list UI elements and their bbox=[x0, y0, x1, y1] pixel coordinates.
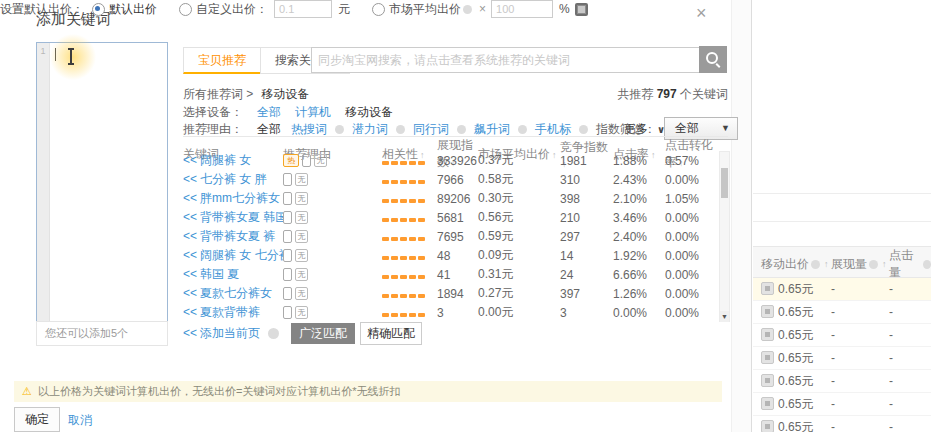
breadcrumb-root[interactable]: 所有推荐词 > bbox=[183, 86, 253, 103]
broad-match-button[interactable]: 广泛匹配 bbox=[291, 323, 355, 344]
keyword-add-link[interactable]: <<背带裤女夏 裤 bbox=[183, 228, 283, 245]
clicks-cell: - bbox=[889, 374, 931, 388]
tab-item-recommend[interactable]: 宝贝推荐 bbox=[183, 47, 261, 74]
wireless-icon: 无 bbox=[295, 268, 308, 281]
page-background-strip bbox=[731, 0, 752, 432]
impressions-value: 48 bbox=[437, 249, 478, 263]
keyword-add-link[interactable]: <<七分裤 女 胖 bbox=[183, 171, 283, 188]
exact-match-button[interactable]: 精确匹配 bbox=[360, 322, 422, 345]
help-icon[interactable] bbox=[518, 125, 527, 134]
search-button[interactable] bbox=[699, 46, 727, 73]
keyword-search-input[interactable] bbox=[311, 47, 705, 73]
mobile-badge-icon bbox=[761, 282, 774, 295]
avg-price-value: 0.56元 bbox=[478, 209, 560, 226]
scroll-down-icon[interactable]: ▼ bbox=[720, 311, 729, 322]
wireless-icon: 无 bbox=[295, 173, 308, 186]
keyword-textarea[interactable]: 1 bbox=[36, 42, 168, 322]
impressions-cell: - bbox=[831, 328, 889, 342]
avg-price-value: 0.27元 bbox=[478, 285, 560, 302]
table-row: 0.65元-- bbox=[753, 301, 931, 324]
relevance-bars bbox=[382, 249, 437, 263]
reason-icons: 无 bbox=[283, 249, 382, 262]
mobile-badge-icon bbox=[761, 305, 774, 318]
yuan-label: 元 bbox=[338, 1, 350, 18]
custom-bid-option-label[interactable]: 自定义出价： bbox=[196, 1, 268, 18]
total-count: 共推荐 797 个关键词 bbox=[540, 86, 728, 103]
cancel-link[interactable]: 取消 bbox=[68, 412, 92, 429]
ctr-value: 2.43% bbox=[613, 173, 665, 187]
device-option-all[interactable]: 全部 bbox=[257, 104, 281, 121]
help-icon[interactable] bbox=[335, 125, 344, 134]
add-current-page-link[interactable]: <<添加当前页 bbox=[183, 325, 260, 342]
help-icon[interactable] bbox=[457, 125, 466, 134]
ibeam-cursor-icon bbox=[70, 49, 72, 64]
keyword-add-link[interactable]: <<夏款背带裤 bbox=[183, 304, 283, 321]
market-avg-option-label[interactable]: 市场平均出价 bbox=[389, 1, 461, 18]
default-bid-radio[interactable] bbox=[92, 3, 105, 16]
reason-icons: 无 bbox=[283, 306, 382, 319]
cvr-value: 0.00% bbox=[665, 306, 718, 320]
calculator-icon[interactable] bbox=[575, 3, 588, 16]
reason-icons: 无 bbox=[283, 211, 382, 224]
keyword-add-link[interactable]: <<夏款七分裤女 bbox=[183, 285, 283, 302]
reason-icons: 无 bbox=[283, 287, 382, 300]
help-icon bbox=[811, 260, 820, 269]
scrollbar-thumb[interactable] bbox=[721, 168, 728, 198]
help-icon bbox=[923, 260, 931, 269]
device-option-mobile[interactable]: 移动设备 bbox=[345, 104, 393, 121]
help-icon[interactable] bbox=[579, 125, 588, 134]
keyword-add-link[interactable]: <<背带裤女夏 韩国 bbox=[183, 209, 283, 226]
competition-value: 1981 bbox=[560, 154, 613, 168]
ctr-value: 2.40% bbox=[613, 230, 665, 244]
cvr-value: 0.00% bbox=[665, 268, 718, 282]
competition-value: 14 bbox=[560, 249, 613, 263]
help-icon bbox=[869, 260, 878, 269]
column-impressions[interactable]: 展现量↑ bbox=[831, 256, 889, 273]
impressions-cell: - bbox=[831, 420, 889, 432]
impressions-value: 7695 bbox=[437, 230, 478, 244]
divider bbox=[753, 221, 931, 222]
keyword-add-link[interactable]: <<胖mm七分裤女 bbox=[183, 190, 283, 207]
cvr-value: 0.00% bbox=[665, 287, 718, 301]
mobile-bid-cell: 0.65元 bbox=[761, 396, 831, 413]
device-option-pc[interactable]: 计算机 bbox=[295, 104, 331, 121]
relevance-bars bbox=[382, 192, 437, 206]
relevance-bars bbox=[382, 268, 437, 282]
help-icon[interactable] bbox=[396, 125, 405, 134]
help-icon[interactable] bbox=[268, 328, 279, 339]
table-row: <<背带裤女夏 裤 无 7695 0.59元 297 2.40% 0.00% bbox=[183, 227, 718, 246]
impressions-value: 333926 bbox=[437, 154, 478, 168]
total-count-number: 797 bbox=[657, 87, 677, 101]
keyword-add-link[interactable]: <<韩国 夏 bbox=[183, 266, 283, 283]
column-mobile-bid[interactable]: 移动出价↑ bbox=[761, 256, 831, 273]
market-percent-input[interactable] bbox=[491, 0, 553, 18]
competition-value: 210 bbox=[560, 211, 613, 225]
mobile-bid-cell: 0.65元 bbox=[761, 350, 831, 367]
impressions-cell: - bbox=[831, 397, 889, 411]
close-icon[interactable]: × bbox=[696, 4, 707, 22]
cvr-value: 1.05% bbox=[665, 192, 718, 206]
relevance-bars bbox=[382, 173, 437, 187]
mobile-badge-icon bbox=[761, 397, 774, 410]
default-bid-option-label[interactable]: 默认出价 bbox=[109, 1, 157, 18]
background-table-header: 移动出价↑ 展现量↑ 点击量↑ bbox=[753, 246, 931, 278]
reason-icons: 无 bbox=[283, 192, 382, 205]
ctr-value: 1.26% bbox=[613, 287, 665, 301]
help-icon[interactable] bbox=[463, 5, 472, 14]
clicks-cell: - bbox=[889, 397, 931, 411]
keyword-add-link[interactable]: <<阔腿裤 女 bbox=[183, 152, 283, 169]
column-clicks[interactable]: 点击量↑ bbox=[889, 247, 931, 281]
mobile-icon bbox=[283, 249, 292, 262]
custom-bid-input[interactable] bbox=[274, 0, 332, 18]
table-row: 0.65元-- bbox=[753, 324, 931, 347]
custom-bid-radio[interactable] bbox=[179, 3, 192, 16]
market-avg-radio[interactable] bbox=[372, 3, 385, 16]
table-row: 0.65元-- bbox=[753, 416, 931, 432]
keyword-add-link[interactable]: <<阔腿裤 女 七分裤 裤 bbox=[183, 247, 283, 264]
sort-icon: ↑ bbox=[824, 259, 829, 269]
warning-icon: ⚠ bbox=[22, 385, 32, 397]
relevance-bars bbox=[382, 230, 437, 244]
confirm-button[interactable]: 确定 bbox=[14, 407, 60, 432]
table-scrollbar[interactable]: ▼ bbox=[719, 151, 730, 322]
column-label: 点击量 bbox=[889, 247, 921, 281]
